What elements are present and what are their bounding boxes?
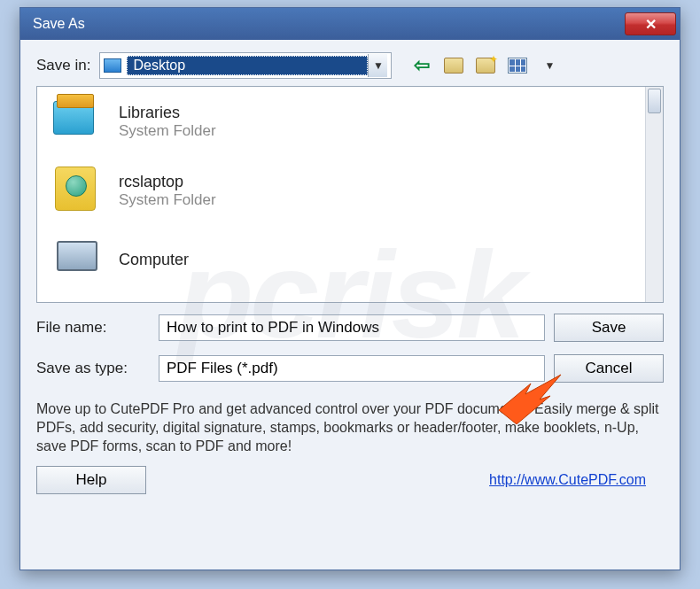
list-item[interactable]: Libraries System Folder — [37, 87, 663, 156]
save-in-label: Save in: — [36, 57, 90, 74]
promo-text: Move up to CutePDF Pro and get advanced … — [36, 400, 664, 455]
filetype-input[interactable] — [159, 355, 545, 382]
close-icon: ✕ — [645, 16, 657, 33]
back-icon[interactable]: ⇦ — [411, 56, 432, 75]
filename-label: File name: — [36, 319, 150, 337]
close-button[interactable]: ✕ — [625, 12, 676, 35]
save-in-value: Desktop — [127, 56, 368, 75]
libraries-icon — [50, 96, 105, 147]
desktop-icon — [104, 58, 121, 73]
view-menu-icon[interactable]: ▼ — [539, 56, 560, 75]
new-folder-icon[interactable] — [475, 56, 496, 75]
item-name: rcslaptop — [119, 173, 216, 191]
titlebar[interactable]: Save As ✕ — [20, 8, 680, 40]
filetype-row: Save as type: Cancel — [36, 354, 664, 383]
dialog-body: Save in: Desktop ▼ ⇦ ▼ Libraries System … — [20, 40, 680, 570]
filename-row: File name: Save — [36, 314, 664, 342]
file-list[interactable]: Libraries System Folder rcslaptop System… — [36, 86, 664, 303]
list-item[interactable]: rcslaptop System Folder — [37, 156, 663, 225]
save-as-dialog: Save As ✕ Save in: Desktop ▼ ⇦ ▼ — [19, 7, 681, 570]
up-folder-icon[interactable] — [443, 56, 464, 75]
save-in-combo[interactable]: Desktop ▼ — [99, 52, 392, 79]
bottom-row: Help http://www.CutePDF.com — [36, 466, 664, 494]
chevron-down-icon[interactable]: ▼ — [368, 54, 387, 77]
item-name: Computer — [119, 251, 189, 269]
item-name: Libraries — [119, 104, 216, 122]
filetype-label: Save as type: — [36, 360, 150, 377]
list-item[interactable]: Computer — [37, 225, 663, 294]
scrollbar-thumb[interactable] — [648, 89, 661, 113]
window-title: Save As — [33, 16, 625, 32]
filename-input[interactable] — [159, 314, 545, 341]
cutepdf-link[interactable]: http://www.CutePDF.com — [489, 472, 646, 488]
cancel-button[interactable]: Cancel — [554, 354, 664, 383]
toolbar-icons: ⇦ ▼ — [411, 56, 560, 75]
help-button[interactable]: Help — [36, 466, 146, 494]
scrollbar[interactable] — [645, 87, 663, 302]
item-sub: System Folder — [119, 122, 216, 140]
computer-icon — [50, 234, 105, 285]
view-grid-icon[interactable] — [507, 56, 528, 75]
save-button[interactable]: Save — [554, 314, 664, 342]
item-sub: System Folder — [119, 191, 216, 209]
user-folder-icon — [50, 165, 105, 216]
save-in-row: Save in: Desktop ▼ ⇦ ▼ — [36, 52, 664, 79]
